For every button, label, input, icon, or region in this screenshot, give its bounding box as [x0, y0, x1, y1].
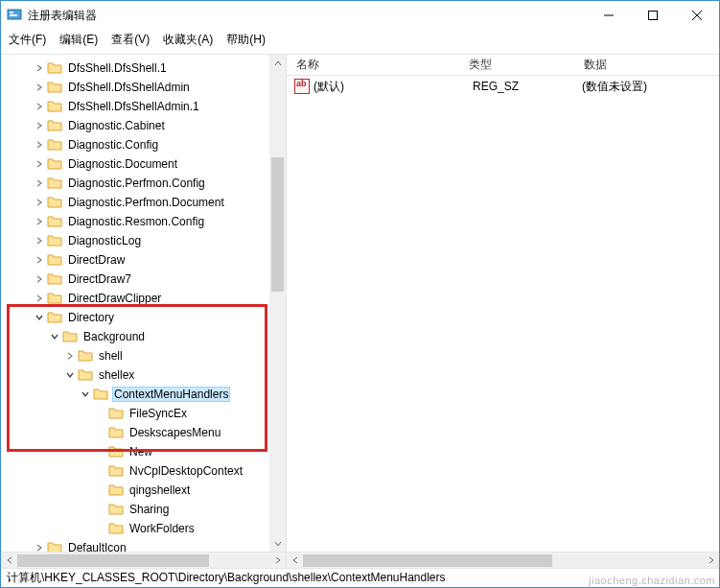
folder-icon [47, 61, 62, 75]
tree-label: shellex [97, 367, 136, 383]
expand-icon[interactable] [47, 329, 62, 344]
expand-icon[interactable] [32, 233, 47, 248]
tree-item[interactable]: FileSyncEx [1, 404, 286, 423]
tree-item[interactable]: DirectDrawClipper [1, 289, 286, 308]
column-data[interactable]: 数据 [574, 57, 719, 73]
values-list[interactable]: ab (默认) REG_SZ (数值未设置) [287, 76, 719, 552]
folder-icon [108, 407, 124, 420]
menu-file[interactable]: 文件(F) [9, 32, 46, 48]
tree-item[interactable]: Diagnostic.Resmon.Config [1, 212, 286, 231]
scroll-left-icon[interactable] [1, 553, 17, 569]
scroll-right-icon[interactable] [269, 553, 286, 569]
maximize-button[interactable] [631, 1, 675, 30]
expand-icon[interactable] [32, 99, 47, 114]
scroll-up-icon[interactable] [269, 55, 286, 71]
expand-icon[interactable] [32, 176, 47, 191]
tree-item[interactable]: DefaultIcon [1, 538, 286, 552]
scroll-left-icon[interactable] [287, 553, 303, 569]
folder-icon [108, 426, 124, 439]
tree-item[interactable]: Sharing [1, 500, 286, 519]
minimize-button[interactable] [587, 1, 631, 30]
scroll-thumb[interactable] [271, 157, 284, 292]
tree-item[interactable]: DirectDraw7 [1, 270, 286, 289]
menu-favorites[interactable]: 收藏夹(A) [163, 32, 213, 48]
list-row[interactable]: ab (默认) REG_SZ (数值未设置) [287, 76, 719, 95]
tree-label: New [128, 444, 154, 459]
expand-icon[interactable] [93, 463, 108, 479]
expand-icon[interactable] [62, 367, 78, 383]
tree-label: Diagnostic.Perfmon.Document [66, 195, 226, 210]
status-path: 计算机\HKEY_CLASSES_ROOT\Directory\Backgrou… [7, 570, 446, 586]
column-type[interactable]: 类型 [459, 57, 574, 73]
expand-icon[interactable] [32, 80, 47, 95]
tree-item[interactable]: Diagnostic.Cabinet [1, 116, 286, 135]
folder-icon [108, 464, 124, 478]
tree-item[interactable]: Diagnostic.Document [1, 154, 286, 174]
expand-icon[interactable] [93, 502, 108, 517]
menu-help[interactable]: 帮助(H) [226, 32, 266, 48]
tree-label: DiagnosticLog [66, 233, 143, 248]
expand-icon[interactable] [32, 118, 47, 133]
expand-icon[interactable] [93, 406, 108, 421]
tree-scrollbar-vertical[interactable] [269, 55, 286, 552]
tree-item[interactable]: Diagnostic.Config [1, 135, 286, 154]
scroll-thumb[interactable] [303, 554, 552, 567]
folder-icon [78, 349, 93, 363]
tree-item[interactable]: qingshellext [1, 481, 286, 500]
tree-item[interactable]: DfsShell.DfsShellAdmin.1 [1, 97, 286, 116]
tree-item[interactable]: DeskscapesMenu [1, 423, 286, 442]
expand-icon[interactable] [32, 60, 47, 76]
expand-icon[interactable] [93, 521, 108, 536]
folder-icon [47, 100, 62, 113]
expand-icon[interactable] [32, 195, 47, 210]
tree-item[interactable]: Background [1, 327, 286, 346]
expand-icon[interactable] [32, 271, 47, 287]
expand-icon[interactable] [32, 540, 47, 552]
tree-item[interactable]: Diagnostic.Perfmon.Config [1, 174, 286, 193]
window-buttons [587, 1, 719, 30]
expand-icon[interactable] [62, 348, 78, 364]
folder-icon [47, 157, 62, 171]
registry-tree[interactable]: DfsShell.DfsShell.1DfsShell.DfsShellAdmi… [1, 55, 286, 552]
tree-scrollbar-horizontal[interactable] [1, 552, 286, 568]
tree-item[interactable]: DiagnosticLog [1, 231, 286, 250]
svg-rect-4 [649, 12, 658, 20]
tree-item[interactable]: New [1, 442, 286, 461]
tree-label: DirectDrawClipper [66, 291, 163, 306]
close-button[interactable] [675, 1, 719, 30]
menu-edit[interactable]: 编辑(E) [59, 32, 98, 48]
tree-item[interactable]: shellex [1, 365, 286, 385]
tree-label: Diagnostic.Document [66, 156, 179, 172]
column-name[interactable]: 名称 [287, 57, 459, 73]
value-data: (数值未设置) [582, 79, 719, 95]
tree-item[interactable]: Directory [1, 308, 286, 327]
tree-item[interactable]: DfsShell.DfsShellAdmin [1, 78, 286, 97]
expand-icon[interactable] [93, 444, 108, 459]
tree-item[interactable]: Diagnostic.Perfmon.Document [1, 193, 286, 212]
tree-item[interactable]: DirectDraw [1, 250, 286, 270]
menu-view[interactable]: 查看(V) [111, 32, 150, 48]
tree-item[interactable]: NvCplDesktopContext [1, 461, 286, 481]
folder-icon [47, 138, 62, 152]
expand-icon[interactable] [78, 387, 93, 402]
tree-item[interactable]: DfsShell.DfsShell.1 [1, 59, 286, 78]
tree-label: NvCplDesktopContext [128, 463, 244, 479]
svg-rect-1 [10, 12, 13, 13]
scroll-right-icon[interactable] [703, 553, 719, 569]
expand-icon[interactable] [32, 137, 47, 153]
tree-item[interactable]: ContextMenuHandlers [1, 385, 286, 404]
expand-icon[interactable] [32, 310, 47, 325]
expand-icon[interactable] [32, 214, 47, 229]
expand-icon[interactable] [93, 482, 108, 498]
expand-icon[interactable] [32, 156, 47, 172]
scroll-down-icon[interactable] [269, 535, 286, 552]
tree-item[interactable]: WorkFolders [1, 519, 286, 538]
tree-item[interactable]: shell [1, 346, 286, 365]
expand-icon[interactable] [32, 291, 47, 306]
scroll-thumb[interactable] [17, 554, 209, 567]
expand-icon[interactable] [93, 425, 108, 440]
expand-icon[interactable] [32, 252, 47, 268]
list-scrollbar-horizontal[interactable] [287, 552, 719, 568]
tree-label: Diagnostic.Perfmon.Config [66, 176, 207, 191]
tree-label: Diagnostic.Cabinet [66, 118, 167, 133]
